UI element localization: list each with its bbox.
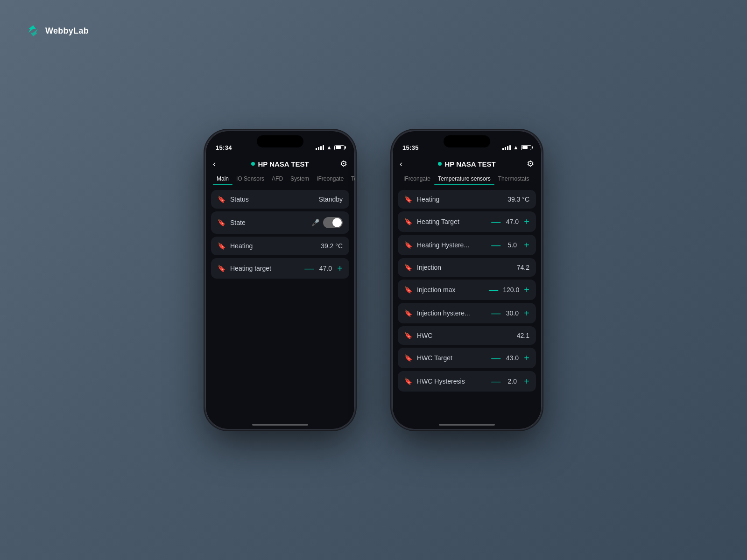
t-hwc-target-value: 43.0 <box>505 354 519 362</box>
bm-t-heating: 🔖 <box>404 196 412 203</box>
t-heating-hystere-value: 5.0 <box>505 241 519 249</box>
tabs-2: IFreongate Temperature sensors Thermosta… <box>392 173 542 185</box>
bm-t-injection-max: 🔖 <box>404 286 412 294</box>
header-title-1: HP NASA TEST <box>251 160 309 168</box>
notch-2 <box>444 135 490 147</box>
heating-target-label: Heating target <box>230 265 271 272</box>
state-controls: 🎤 <box>311 217 343 228</box>
bookmark-icon-heating-target: 🔖 <box>218 265 226 272</box>
t-injection-hystere-label: Injection hystere... <box>417 309 470 317</box>
heating-label: Heating <box>230 242 253 250</box>
back-button-1[interactable]: ‹ <box>213 159 227 169</box>
t-hwc-target-minus[interactable]: — <box>491 353 500 363</box>
heating-value: 39.2 °C <box>321 242 343 250</box>
tab-ifreongate[interactable]: IFreongate <box>313 173 347 185</box>
status-left: 🔖 Status <box>218 196 249 203</box>
t-heating-hystere-plus[interactable]: + <box>524 240 529 250</box>
t-injection-hystere-plus[interactable]: + <box>524 308 529 318</box>
tabs-1: Main IO Sensors AFD System IFreongate Te <box>205 173 355 185</box>
bm-t-injection: 🔖 <box>404 264 412 271</box>
t-hwc-value: 42.1 <box>517 332 529 339</box>
t-heating-target-minus[interactable]: — <box>491 217 500 226</box>
t-hwc-hysteresis-value: 2.0 <box>505 378 519 385</box>
t-heating-target-row: 🔖 Heating Target — 47.0 + <box>398 211 536 232</box>
t-injection-max-plus[interactable]: + <box>524 285 529 294</box>
tab-te[interactable]: Te <box>347 173 355 185</box>
logo: WebbyLab <box>26 23 89 38</box>
heating-row: 🔖 Heating 39.2 °C <box>211 237 349 255</box>
notch-1 <box>257 135 303 147</box>
phones-container: 15:34 ▲ ‹ HP NASA T <box>205 131 542 429</box>
t-heating-hystere-row: 🔖 Heating Hystere... — 5.0 + <box>398 235 536 255</box>
mic-icon: 🎤 <box>311 219 319 226</box>
bookmark-icon-heating: 🔖 <box>218 242 226 250</box>
time-1: 15:34 <box>216 144 232 151</box>
tab2-thermostats[interactable]: Thermostats <box>494 173 533 185</box>
logo-icon <box>26 23 41 38</box>
app-title-1: HP NASA TEST <box>258 160 309 168</box>
t-hwc-row: 🔖 HWC 42.1 <box>398 326 536 345</box>
logo-text: WebbyLab <box>45 26 89 36</box>
t-hwc-target-plus[interactable]: + <box>524 353 529 363</box>
t-hwc-label: HWC <box>417 332 432 339</box>
tab2-temp-sensors[interactable]: Temperature sensors <box>434 173 494 185</box>
status-dot-1 <box>251 162 255 166</box>
status-label: Status <box>230 196 249 203</box>
t-injection-hystere-value: 30.0 <box>505 309 519 317</box>
tab-main[interactable]: Main <box>213 173 233 185</box>
bm-t-heating-hystere: 🔖 <box>404 241 412 249</box>
tab-afd[interactable]: AFD <box>268 173 287 185</box>
state-label: State <box>230 219 246 226</box>
state-toggle[interactable] <box>323 217 343 228</box>
heating-target-value: 47.0 <box>318 265 332 272</box>
bm-t-hwc-target: 🔖 <box>404 354 412 362</box>
tab-io-sensors[interactable]: IO Sensors <box>233 173 268 185</box>
status-row: 🔖 Status Standby <box>211 190 349 209</box>
t-hwc-hysteresis-plus[interactable]: + <box>524 377 529 386</box>
phone-content-1: ‹ HP NASA TEST ⚙ Main IO Sensors AFD Sys… <box>205 154 355 429</box>
t-heating-hystere-minus[interactable]: — <box>491 240 500 250</box>
time-2: 15:35 <box>402 144 419 151</box>
t-heating-row: 🔖 Heating 39.3 °C <box>398 190 536 209</box>
state-row: 🔖 State 🎤 <box>211 211 349 234</box>
heating-target-plus[interactable]: + <box>337 264 343 273</box>
t-injection-row: 🔖 Injection 74.2 <box>398 258 536 277</box>
bookmark-icon-status: 🔖 <box>218 196 226 203</box>
t-hwc-target-label: HWC Target <box>417 354 452 362</box>
t-hwc-target-row: 🔖 HWC Target — 43.0 + <box>398 348 536 368</box>
heating-target-minus[interactable]: — <box>304 264 314 273</box>
t-injection-max-row: 🔖 Injection max — 120.0 + <box>398 280 536 300</box>
t-injection-hystere-row: 🔖 Injection hystere... — 30.0 + <box>398 303 536 323</box>
status-dot-2 <box>438 162 442 166</box>
app-title-2: HP NASA TEST <box>444 160 495 168</box>
t-heating-target-label: Heating Target <box>417 218 459 225</box>
back-button-2[interactable]: ‹ <box>400 159 414 169</box>
tab2-ifreongate[interactable]: IFreongate <box>400 173 434 185</box>
bm-t-hwc-hysteresis: 🔖 <box>404 378 412 385</box>
status-value: Standby <box>319 196 343 203</box>
t-injection-max-label: Injection max <box>417 286 455 294</box>
temp-list: 🔖 Heating 39.3 °C 🔖 Heating Target — 47.… <box>392 185 542 396</box>
t-injection-hystere-minus[interactable]: — <box>491 308 500 318</box>
t-hwc-hysteresis-minus[interactable]: — <box>491 377 500 386</box>
heating-target-row: 🔖 Heating target — 47.0 + <box>211 258 349 279</box>
t-injection-max-value: 120.0 <box>503 286 519 294</box>
t-heating-hystere-label: Heating Hystere... <box>417 241 469 249</box>
t-heating-target-value: 47.0 <box>505 218 519 225</box>
tab-system[interactable]: System <box>287 173 313 185</box>
bm-t-hwc: 🔖 <box>404 332 412 339</box>
settings-button-2[interactable]: ⚙ <box>520 159 534 169</box>
heating-target-controls: — 47.0 + <box>304 264 343 273</box>
t-heating-value: 39.3 °C <box>507 196 529 203</box>
battery-icon-2 <box>521 145 531 150</box>
phone-2: 15:35 ▲ ‹ HP NASA T <box>392 131 542 429</box>
t-injection-max-minus[interactable]: — <box>489 285 498 294</box>
signal-icon-1 <box>316 145 324 150</box>
t-heating-target-plus[interactable]: + <box>524 217 529 226</box>
t-hwc-hysteresis-label: HWC Hysteresis <box>417 378 465 385</box>
heating-target-left: 🔖 Heating target <box>218 265 271 272</box>
home-indicator-2 <box>439 424 495 426</box>
battery-icon-1 <box>334 145 345 150</box>
settings-button-1[interactable]: ⚙ <box>333 159 347 169</box>
t-hwc-hysteresis-row: 🔖 HWC Hysteresis — 2.0 + <box>398 371 536 392</box>
